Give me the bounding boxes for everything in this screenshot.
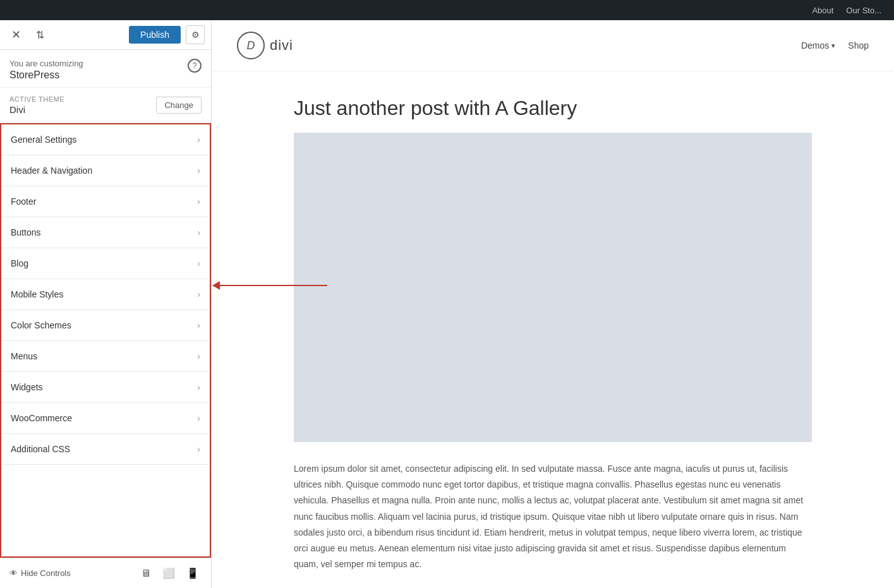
- active-theme-label: Active theme: [9, 95, 64, 103]
- post-image-placeholder: [294, 133, 812, 442]
- menu-item-additional-css[interactable]: Additional CSS›: [1, 434, 210, 465]
- desktop-view-button[interactable]: 🖥: [138, 566, 154, 580]
- customizing-info: You are customizing StorePress ?: [0, 50, 211, 88]
- bottom-controls: 👁 Hide Controls 🖥 ⬜ 📱: [0, 558, 211, 588]
- post-title: Just another post with A Gallery: [294, 97, 812, 120]
- chevron-right-icon-woocommerce: ›: [197, 413, 200, 423]
- arrows-icon: ⇅: [36, 29, 44, 41]
- about-link[interactable]: About: [812, 6, 833, 15]
- menu-item-label-buttons: Buttons: [11, 227, 40, 237]
- customizing-label: You are customizing: [9, 59, 83, 68]
- chevron-right-icon-blog: ›: [197, 258, 200, 268]
- publish-button[interactable]: Publish: [129, 26, 181, 44]
- demos-label: Demos: [801, 40, 829, 51]
- menu-item-blog[interactable]: Blog›: [1, 248, 210, 279]
- logo-text: divi: [270, 37, 293, 54]
- settings-gear-button[interactable]: ⚙: [186, 25, 205, 44]
- menu-item-header-navigation[interactable]: Header & Navigation›: [1, 155, 210, 186]
- close-button[interactable]: ✕: [6, 25, 25, 44]
- site-nav: Demos ▾ Shop: [801, 40, 869, 51]
- chevron-right-icon-menus: ›: [197, 351, 200, 361]
- hide-controls-label: Hide Controls: [21, 568, 71, 578]
- tablet-view-button[interactable]: ⬜: [160, 566, 178, 580]
- sidebar-toolbar: ✕ ⇅ Publish ⚙: [0, 20, 211, 50]
- site-header: D divi Demos ▾ Shop: [212, 20, 894, 71]
- post-body-text: Lorem ipsum dolor sit amet, consectetur …: [294, 461, 812, 572]
- active-theme-section: Active theme Divi Change: [0, 88, 211, 123]
- menu-item-general-settings[interactable]: General Settings›: [1, 124, 210, 155]
- chevron-right-icon-general-settings: ›: [197, 135, 200, 145]
- menu-item-label-color-schemes: Color Schemes: [11, 320, 71, 330]
- menu-item-label-header-navigation: Header & Navigation: [11, 165, 92, 176]
- admin-bar: About Our Sto...: [0, 0, 894, 20]
- menu-item-label-general-settings: General Settings: [11, 135, 76, 145]
- gear-icon: ⚙: [191, 30, 200, 40]
- nav-shop[interactable]: Shop: [848, 40, 869, 51]
- chevron-right-icon-header-navigation: ›: [197, 165, 200, 176]
- menu-item-label-mobile-styles: Mobile Styles: [11, 289, 63, 299]
- menu-item-footer[interactable]: Footer›: [1, 186, 210, 217]
- menu-item-label-woocommerce: WooCommerce: [11, 413, 72, 423]
- store-name: StorePress: [9, 69, 83, 81]
- menu-item-mobile-styles[interactable]: Mobile Styles›: [1, 279, 210, 310]
- menu-item-color-schemes[interactable]: Color Schemes›: [1, 310, 210, 341]
- help-button[interactable]: ?: [188, 59, 202, 73]
- menu-item-widgets[interactable]: Widgets›: [1, 372, 210, 403]
- chevron-right-icon-buttons: ›: [197, 227, 200, 237]
- chevron-right-icon-footer: ›: [197, 196, 200, 207]
- main-layout: ✕ ⇅ Publish ⚙ You are customizing StoreP…: [0, 20, 894, 588]
- chevron-right-icon-additional-css: ›: [197, 444, 200, 454]
- menu-item-buttons[interactable]: Buttons›: [1, 217, 210, 248]
- nav-demos[interactable]: Demos ▾: [801, 40, 835, 51]
- chevron-down-icon: ▾: [831, 42, 835, 50]
- view-icons: 🖥 ⬜ 📱: [138, 566, 202, 580]
- site-logo: D divi: [237, 32, 293, 59]
- chevron-right-icon-widgets: ›: [197, 382, 200, 392]
- menu-item-woocommerce[interactable]: WooCommerce›: [1, 403, 210, 434]
- menu-item-menus[interactable]: Menus›: [1, 341, 210, 372]
- menu-item-label-footer: Footer: [11, 196, 36, 207]
- menu-item-label-blog: Blog: [11, 258, 28, 268]
- menu-item-label-additional-css: Additional CSS: [11, 444, 70, 454]
- change-theme-button[interactable]: Change: [156, 97, 202, 114]
- arrows-button[interactable]: ⇅: [30, 25, 49, 44]
- active-theme-name: Divi: [9, 104, 64, 115]
- our-store-link[interactable]: Our Sto...: [846, 6, 881, 15]
- menu-item-label-menus: Menus: [11, 351, 37, 361]
- preview-area: D divi Demos ▾ Shop Just another post wi…: [212, 20, 894, 588]
- chevron-right-icon-mobile-styles: ›: [197, 289, 200, 299]
- close-icon: ✕: [11, 28, 21, 42]
- logo-circle-icon: D: [237, 32, 265, 59]
- mobile-view-button[interactable]: 📱: [184, 566, 202, 580]
- sidebar: ✕ ⇅ Publish ⚙ You are customizing StoreP…: [0, 20, 212, 588]
- customizer-menu-list: General Settings›Header & Navigation›Foo…: [0, 123, 211, 558]
- menu-item-label-widgets: Widgets: [11, 382, 43, 392]
- hide-controls-button[interactable]: 👁 Hide Controls: [9, 568, 71, 578]
- eye-icon: 👁: [9, 568, 18, 578]
- post-content: Just another post with A Gallery Lorem i…: [281, 71, 825, 588]
- chevron-right-icon-color-schemes: ›: [197, 320, 200, 330]
